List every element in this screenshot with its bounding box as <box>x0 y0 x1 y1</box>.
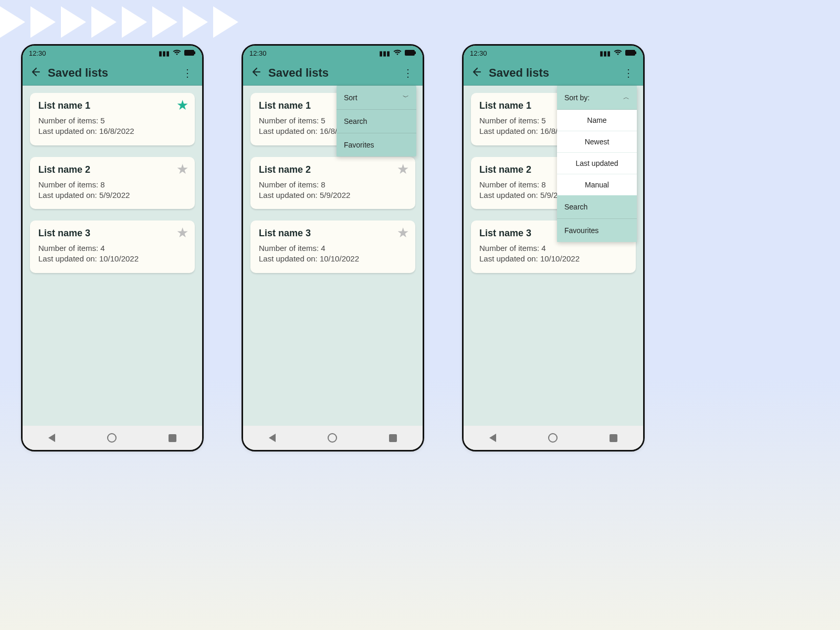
menu-item-label: Sort <box>344 93 358 102</box>
back-button[interactable] <box>30 67 40 79</box>
battery-icon <box>405 49 416 57</box>
nav-home-button[interactable] <box>328 433 337 443</box>
decorative-arrows <box>0 6 244 38</box>
app-header: Saved lists ⋮ <box>23 60 202 86</box>
overflow-menu-button[interactable]: ⋮ <box>180 65 195 81</box>
android-nav-bar <box>464 426 643 450</box>
list-name: List name 2 <box>38 164 186 175</box>
nav-home-button[interactable] <box>548 433 558 443</box>
svg-rect-2 <box>405 50 415 56</box>
overflow-menu-button[interactable]: ⋮ <box>621 65 636 81</box>
app-header: Saved lists ⋮ <box>243 60 423 86</box>
wifi-icon <box>614 49 622 57</box>
svg-rect-0 <box>184 50 194 56</box>
menu-item-favourites[interactable]: Favourites <box>557 219 637 242</box>
nav-recent-button[interactable] <box>389 434 397 442</box>
back-button[interactable] <box>250 67 261 79</box>
menu-item-label: Search <box>344 117 367 125</box>
status-bar: 12:30 ▮▮▮ <box>23 46 202 60</box>
favorite-star-icon[interactable]: ★ <box>176 162 188 176</box>
sort-option-newest[interactable]: Newest <box>557 131 637 153</box>
chevron-up-icon: ︿ <box>623 93 629 102</box>
signal-icon: ▮▮▮ <box>600 49 611 57</box>
menu-item-favorites[interactable]: Favorites <box>337 133 416 156</box>
list-name: List name 2 <box>259 164 407 175</box>
back-button[interactable] <box>471 67 481 79</box>
signal-icon: ▮▮▮ <box>379 49 390 57</box>
svg-rect-1 <box>194 51 195 54</box>
list-updated: Last updated on: 10/10/2022 <box>259 254 407 264</box>
overflow-menu-button[interactable]: ⋮ <box>401 65 415 81</box>
list-updated: Last updated on: 5/9/2022 <box>38 190 186 201</box>
list-name: List name 3 <box>259 228 407 239</box>
list-items-count: Number of items: 4 <box>38 243 186 254</box>
menu-item-label: Favourites <box>564 226 598 235</box>
sort-option-last-updated[interactable]: Last updated <box>557 153 637 174</box>
list-items-count: Number of items: 8 <box>259 180 407 190</box>
overflow-menu: Sort ﹀ Search Favorites <box>337 86 416 156</box>
list-items-count: Number of items: 5 <box>38 116 186 126</box>
list-items-count: Number of items: 8 <box>38 180 186 190</box>
app-header: Saved lists ⋮ <box>464 60 643 86</box>
menu-item-label: Sort by: <box>564 93 590 102</box>
sort-options: Name Newest Last updated Manual <box>557 110 637 195</box>
sort-option-name[interactable]: Name <box>557 110 637 131</box>
menu-item-search[interactable]: Search <box>337 110 416 133</box>
android-nav-bar <box>23 426 202 450</box>
phone-mock-1: 12:30 ▮▮▮ Saved lists ⋮ List name 1 Numb… <box>21 44 204 452</box>
favorite-star-icon[interactable]: ★ <box>397 226 409 239</box>
status-time: 12:30 <box>29 49 46 57</box>
nav-recent-button[interactable] <box>610 434 617 442</box>
list-card[interactable]: List name 2 Number of items: 8 Last upda… <box>30 157 195 209</box>
chevron-down-icon: ﹀ <box>403 93 409 102</box>
battery-icon <box>184 49 196 57</box>
nav-recent-button[interactable] <box>169 434 176 442</box>
favorite-star-icon[interactable]: ★ <box>397 162 409 176</box>
nav-back-button[interactable] <box>269 434 276 442</box>
phone-mock-2: 12:30 ▮▮▮ Saved lists ⋮ List name 1 Numb… <box>242 44 424 452</box>
overflow-menu-expanded: Sort by: ︿ Name Newest Last updated Manu… <box>557 86 637 242</box>
status-time: 12:30 <box>470 49 487 57</box>
list-items-count: Number of items: 4 <box>479 243 627 254</box>
list-card[interactable]: List name 1 Number of items: 5 Last upda… <box>30 93 195 145</box>
status-bar: 12:30 ▮▮▮ <box>464 46 643 60</box>
menu-item-sort[interactable]: Sort ﹀ <box>337 86 416 110</box>
android-nav-bar <box>243 426 423 450</box>
list-updated: Last updated on: 10/10/2022 <box>479 254 627 264</box>
list-card[interactable]: List name 3 Number of items: 4 Last upda… <box>30 220 195 273</box>
menu-item-search[interactable]: Search <box>557 195 637 219</box>
signal-icon: ▮▮▮ <box>159 49 170 57</box>
page-title: Saved lists <box>48 66 173 80</box>
favorite-star-icon[interactable]: ★ <box>176 98 188 112</box>
list-card[interactable]: List name 3 Number of items: 4 Last upda… <box>250 220 415 273</box>
nav-back-button[interactable] <box>48 434 55 442</box>
svg-rect-5 <box>635 51 636 54</box>
list-updated: Last updated on: 10/10/2022 <box>38 254 186 264</box>
nav-home-button[interactable] <box>107 433 117 443</box>
favorite-star-icon[interactable]: ★ <box>176 226 188 239</box>
page-title: Saved lists <box>489 66 614 80</box>
status-bar: 12:30 ▮▮▮ <box>243 46 423 60</box>
menu-item-sort-by[interactable]: Sort by: ︿ <box>557 86 637 110</box>
wifi-icon <box>393 49 402 57</box>
list-container: List name 1 Number of items: 5 Last upda… <box>23 86 202 280</box>
list-items-count: Number of items: 4 <box>259 243 407 254</box>
list-card[interactable]: List name 2 Number of items: 8 Last upda… <box>250 157 415 209</box>
wifi-icon <box>173 49 181 57</box>
svg-rect-4 <box>625 50 635 56</box>
phone-mock-3: 12:30 ▮▮▮ Saved lists ⋮ List name 1 Numb… <box>462 44 645 452</box>
svg-rect-3 <box>415 51 416 54</box>
sort-option-manual[interactable]: Manual <box>557 174 637 195</box>
nav-back-button[interactable] <box>489 434 496 442</box>
menu-item-label: Favorites <box>344 141 374 149</box>
list-updated: Last updated on: 16/8/2022 <box>38 126 186 136</box>
menu-item-label: Search <box>564 203 587 211</box>
list-name: List name 1 <box>38 100 186 111</box>
list-name: List name 3 <box>38 228 186 239</box>
page-title: Saved lists <box>268 66 393 80</box>
list-updated: Last updated on: 5/9/2022 <box>259 190 407 201</box>
battery-icon <box>625 49 637 57</box>
status-time: 12:30 <box>249 49 267 57</box>
